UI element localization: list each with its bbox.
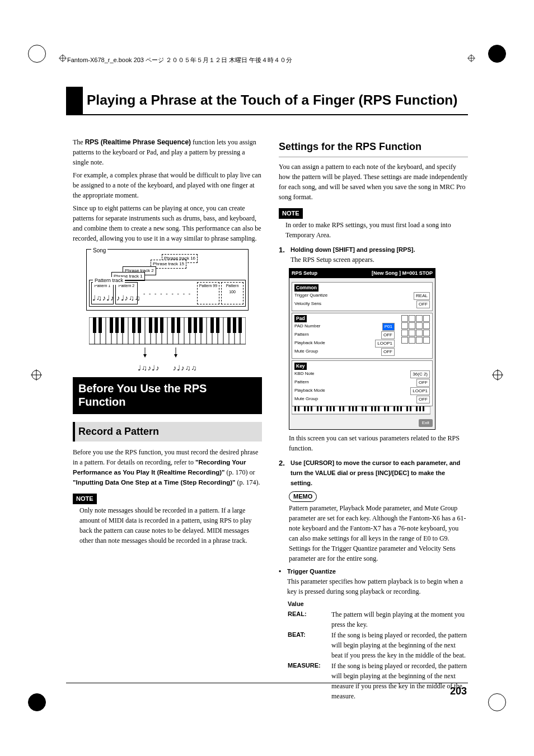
phrase-track-15: Phrase track 15 xyxy=(151,260,186,269)
svg-rect-82 xyxy=(371,406,373,411)
pattern-99: Pattern 99 xyxy=(197,282,219,304)
svg-rect-89 xyxy=(400,406,402,411)
svg-rect-75 xyxy=(339,406,341,411)
pattern-track-box: Pattern track Pattern 1♩♫♪♩♪ Pattern 2♪♩… xyxy=(89,280,246,307)
pattern-ellipsis: - - - - - - - - - xyxy=(139,289,195,298)
left-column: The RPS (Realtime Phrase Sequence) funct… xyxy=(73,137,262,701)
svg-rect-67 xyxy=(304,406,306,411)
registration-mark-header-left xyxy=(59,54,67,62)
svg-rect-84 xyxy=(378,406,380,411)
svg-rect-79 xyxy=(355,406,357,411)
song-diagram: Song Phrase track 16 Phrase track 15 Phr… xyxy=(73,249,262,374)
svg-rect-56 xyxy=(216,317,219,333)
step2-head: Use [CURSOR] to move the cursor to each … xyxy=(291,459,460,486)
svg-rect-92 xyxy=(416,406,418,411)
diagram-arrows xyxy=(73,348,262,363)
header-line: Fantom-X678_r_e.book 203 ページ ２００５年５月１２日 … xyxy=(67,56,292,64)
svg-rect-51 xyxy=(177,317,180,333)
bottom-rule xyxy=(66,683,468,683)
svg-rect-40 xyxy=(93,317,96,333)
svg-rect-85 xyxy=(384,406,386,411)
value-measure: MEASURE: If the song is being played or … xyxy=(288,661,468,701)
page: Fantom-X678_r_e.book 203 ページ ２００５年５月１２日 … xyxy=(0,0,534,756)
scr-title: RPS Setup xyxy=(292,270,317,278)
svg-rect-53 xyxy=(194,317,197,333)
svg-rect-47 xyxy=(149,317,152,333)
crop-mark-top-left xyxy=(25,42,48,64)
registration-mark-header-right xyxy=(467,54,475,62)
svg-rect-83 xyxy=(374,406,376,411)
svg-rect-73 xyxy=(330,406,331,411)
svg-rect-74 xyxy=(333,406,335,411)
svg-rect-46 xyxy=(138,317,141,333)
registration-mark-right xyxy=(492,369,503,381)
right-column: Settings for the RPS Function You can as… xyxy=(279,137,468,701)
value-beat: BEAT: If the song is being played or rec… xyxy=(288,630,468,660)
scr-exit-row: Exit xyxy=(292,419,433,427)
crop-mark-top-right xyxy=(486,42,509,64)
scr-exit-button: Exit xyxy=(419,419,433,427)
scr-key-section: Key KBD Note36(C 2) PatternOFF Playback … xyxy=(292,360,433,406)
svg-rect-49 xyxy=(160,317,163,333)
trigger-quantize-bullet: • Trigger Quantize This parameter specif… xyxy=(279,566,468,597)
value-real: REAL: The pattern will begin playing at … xyxy=(288,609,468,630)
subsection-settings: Settings for the RPS Function xyxy=(279,137,468,157)
registration-mark-left xyxy=(31,369,42,381)
svg-rect-57 xyxy=(227,317,231,333)
record-p1: Before you use the RPS function, you mus… xyxy=(73,447,262,488)
scr-keyboard-strip xyxy=(292,406,433,417)
svg-rect-81 xyxy=(365,406,367,411)
title-tab xyxy=(66,87,83,115)
crop-mark-bottom-right xyxy=(486,692,509,714)
svg-rect-59 xyxy=(238,317,242,333)
note-text: Only note messages should be recorded in… xyxy=(79,505,262,546)
svg-rect-88 xyxy=(397,406,399,411)
svg-rect-94 xyxy=(423,406,424,411)
svg-rect-91 xyxy=(410,406,411,411)
svg-marker-63 xyxy=(174,354,177,358)
step-2: 2. Use [CURSOR] to move the cursor to ea… xyxy=(279,458,468,488)
step-1: 1. Holding down [SHIFT] and pressing [RP… xyxy=(279,245,468,265)
scr-pads-grid xyxy=(401,315,430,356)
keyboard-diagram xyxy=(89,317,246,345)
svg-rect-77 xyxy=(349,406,350,411)
content: The RPS (Realtime Phrase Sequence) funct… xyxy=(73,137,468,701)
rps-setup-screenshot: RPS Setup [New Song ] M=001 STOP Common … xyxy=(289,268,435,430)
note-label: NOTE xyxy=(73,494,97,504)
intro-p2: For example, a complex phrase that would… xyxy=(73,170,262,200)
svg-rect-71 xyxy=(320,406,322,411)
svg-rect-66 xyxy=(298,406,299,411)
pattern-2: Pattern 2♪♩♪♫♫ xyxy=(115,282,138,304)
svg-rect-87 xyxy=(394,406,395,411)
svg-rect-52 xyxy=(188,317,191,333)
pattern-1: Pattern 1♩♫♪♩♪ xyxy=(91,282,114,304)
tq-label: Trigger Quantize xyxy=(287,568,336,575)
svg-rect-93 xyxy=(419,406,421,411)
pattern-100: Pattern 100 xyxy=(221,282,243,304)
title-rule xyxy=(66,114,468,115)
song-box: Song Phrase track 16 Phrase track 15 Phr… xyxy=(86,249,249,311)
after-shot-text: In this screen you can set various param… xyxy=(289,433,468,453)
value-label: Value xyxy=(288,600,304,607)
memo-label: MEMO xyxy=(289,491,317,502)
svg-rect-86 xyxy=(387,406,389,411)
memo-text: Pattern parameter, Playback Mode paramet… xyxy=(289,503,468,564)
note-text-r: In order to make RPS settings, you must … xyxy=(285,220,468,240)
svg-rect-58 xyxy=(233,317,236,333)
svg-rect-72 xyxy=(326,406,328,411)
note-label-r: NOTE xyxy=(279,208,303,219)
svg-rect-65 xyxy=(294,406,296,411)
svg-rect-43 xyxy=(115,317,119,333)
subsection-record-pattern: Record a Pattern xyxy=(73,422,262,442)
svg-rect-41 xyxy=(99,317,102,333)
svg-rect-54 xyxy=(199,317,203,333)
svg-rect-78 xyxy=(352,406,354,411)
scr-common-section: Common Trigger QuantizeREAL Velocity Sen… xyxy=(292,282,433,311)
diagram-notes-row: ♩♫♪♩♪ ♪♩♪♫♫ xyxy=(73,363,262,374)
settings-p1: You can assign a pattern to each note of… xyxy=(279,162,468,202)
svg-rect-76 xyxy=(343,406,344,411)
svg-marker-61 xyxy=(143,354,147,358)
svg-rect-55 xyxy=(210,317,214,333)
intro-p1: The RPS (Realtime Phrase Sequence) funct… xyxy=(73,137,262,167)
intro-p3: Since up to eight patterns can be playin… xyxy=(73,203,262,243)
